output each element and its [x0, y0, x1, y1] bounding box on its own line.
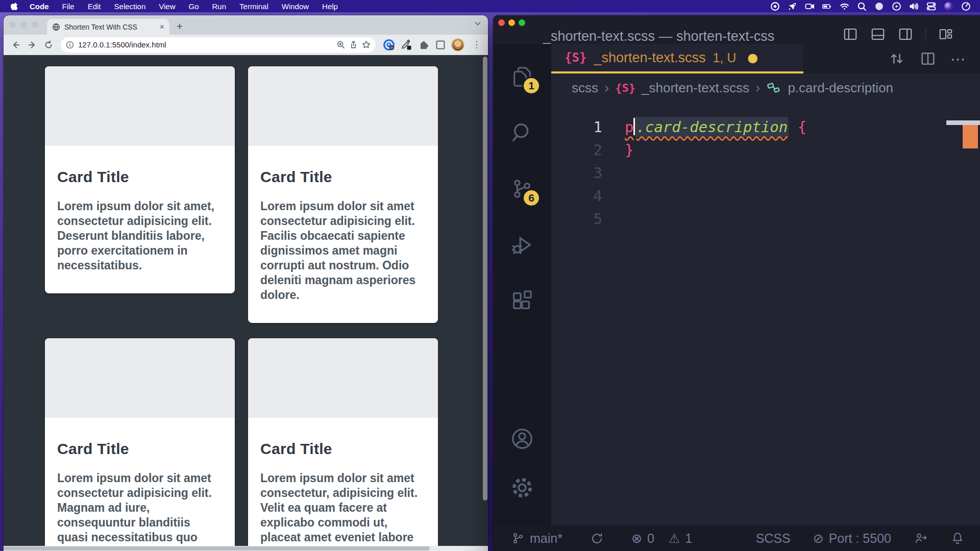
customize-layout-icon[interactable]: [938, 27, 953, 42]
swap-changes-icon[interactable]: [888, 50, 905, 67]
password-manager-icon[interactable]: [383, 39, 395, 51]
vscode-title-bar: _shorten-text.scss — shorten-text-css: [493, 15, 980, 44]
toggle-panel-icon[interactable]: [870, 27, 886, 42]
side-panel-icon[interactable]: [435, 40, 446, 50]
status-bar: main* ⊗ 0 ⚠ 1 SCSS ⊘ Port : 5500: [493, 525, 980, 551]
toggle-sidebar-icon[interactable]: [843, 27, 858, 42]
horizontal-scrollbar[interactable]: [4, 546, 488, 551]
menu-code[interactable]: Code: [23, 2, 56, 11]
browser-menu-icon[interactable]: ⋮: [470, 39, 483, 50]
back-button[interactable]: [9, 38, 23, 52]
minimize-window-button[interactable]: [20, 21, 27, 28]
card-image-placeholder: [45, 338, 235, 418]
code-editor[interactable]: 1 p.card-description { 2 } 3 4 5: [551, 102, 980, 525]
more-actions-icon[interactable]: ⋯: [950, 50, 967, 68]
scrollbar-thumb[interactable]: [483, 57, 487, 500]
window-title: _shorten-text.scss — shorten-text-css: [543, 29, 774, 44]
line-number: 3: [551, 164, 602, 182]
live-server-port[interactable]: ⊘ Port : 5500: [813, 531, 891, 546]
menu-view[interactable]: View: [152, 2, 182, 11]
split-editor-icon[interactable]: [920, 51, 936, 67]
language-mode[interactable]: SCSS: [756, 531, 791, 546]
editor-tab[interactable]: {S} _shorten-text.scss 1, U ●: [551, 44, 803, 73]
screen-recording-icon[interactable]: [805, 2, 815, 11]
settings-gear-icon[interactable]: [508, 473, 536, 502]
breadcrumb-folder[interactable]: scss: [572, 80, 598, 96]
error-icon: ⊗: [631, 531, 642, 546]
control-center-icon[interactable]: [926, 2, 936, 11]
tab-close-icon[interactable]: ×: [160, 22, 164, 32]
battery-icon[interactable]: [822, 2, 832, 11]
scrollbar-thumb[interactable]: [4, 546, 430, 550]
live-share-button[interactable]: [914, 531, 928, 545]
port-label: Port : 5500: [829, 531, 891, 546]
address-bar[interactable]: 127.0.0.1:5500/index.html: [61, 37, 376, 53]
vscode-window: _shorten-text.scss — shorten-text-css 1 …: [493, 15, 980, 551]
sync-changes-button[interactable]: [590, 532, 604, 545]
url-text[interactable]: 127.0.0.1:5500/index.html: [78, 40, 332, 49]
zoom-window-button[interactable]: [32, 21, 38, 28]
chevron-right-icon: ›: [604, 80, 609, 96]
apple-logo-icon[interactable]: [10, 2, 18, 11]
card-title: Card Title: [57, 440, 223, 458]
card-title: Card Title: [260, 168, 426, 186]
git-branch-status[interactable]: main*: [511, 531, 562, 546]
minimize-window-button[interactable]: [508, 19, 515, 26]
git-branch-icon: [511, 532, 525, 545]
zoom-icon[interactable]: [336, 40, 345, 49]
menu-help[interactable]: Help: [315, 2, 345, 11]
eyedropper-icon[interactable]: [401, 39, 413, 51]
unsaved-dot-icon[interactable]: ●: [747, 51, 758, 65]
close-window-button[interactable]: [9, 21, 16, 28]
reload-button[interactable]: [41, 38, 56, 52]
explorer-icon[interactable]: 1: [508, 62, 536, 91]
zoom-window-button[interactable]: [519, 19, 525, 26]
vertical-scrollbar[interactable]: [482, 57, 488, 500]
forward-button[interactable]: [25, 38, 39, 52]
chevron-right-icon: ›: [755, 80, 760, 96]
menu-window[interactable]: Window: [275, 2, 315, 11]
run-debug-icon[interactable]: [508, 231, 536, 259]
menu-run[interactable]: Run: [206, 2, 233, 11]
menu-go[interactable]: Go: [182, 2, 206, 11]
close-window-button[interactable]: [498, 19, 505, 26]
tab-search-chevron-icon[interactable]: [475, 21, 481, 26]
breadcrumb-file[interactable]: _shorten-text.scss: [642, 80, 749, 96]
new-tab-button[interactable]: +: [177, 21, 183, 33]
toggle-secondary-sidebar-icon[interactable]: [898, 27, 913, 42]
browser-tab[interactable]: Shorten Text With CSS ×: [47, 19, 169, 35]
menu-edit[interactable]: Edit: [81, 2, 108, 11]
extensions-icon[interactable]: [508, 287, 536, 315]
bookmark-star-icon[interactable]: [362, 40, 371, 49]
play-circle-icon[interactable]: [892, 2, 901, 11]
do-not-disturb-icon[interactable]: [874, 2, 884, 11]
profile-avatar[interactable]: [451, 38, 464, 52]
prohibited-icon: ⊘: [813, 531, 824, 546]
breadcrumb-symbol[interactable]: p.card-description: [788, 80, 893, 96]
volume-icon[interactable]: [909, 2, 919, 11]
warning-count: 1: [685, 531, 692, 546]
record-icon[interactable]: [770, 2, 780, 11]
overview-ruler-warning-marker: [963, 125, 978, 148]
editor-group: {S} _shorten-text.scss 1, U ● ⋯ scss › {…: [551, 44, 980, 525]
scrollbar-slider[interactable]: [946, 120, 980, 125]
page-info-icon[interactable]: [66, 41, 74, 49]
notifications-bell-button[interactable]: [950, 531, 965, 545]
menu-file[interactable]: File: [56, 2, 81, 11]
search-icon[interactable]: [857, 2, 867, 11]
clock-icon[interactable]: [961, 2, 971, 11]
menu-selection[interactable]: Selection: [108, 2, 153, 11]
share-icon[interactable]: [349, 40, 358, 49]
source-control-icon[interactable]: 6: [508, 174, 536, 203]
account-icon[interactable]: [508, 424, 536, 453]
rocket-icon[interactable]: [788, 2, 797, 11]
menu-terminal[interactable]: Terminal: [233, 2, 275, 11]
search-icon[interactable]: [508, 118, 536, 147]
browser-window: Shorten Text With CSS × + 127.0.0.1:5500…: [4, 15, 488, 551]
code-token-class: .card-description: [635, 117, 789, 137]
siri-icon[interactable]: [944, 2, 953, 11]
extensions-puzzle-icon[interactable]: [419, 39, 430, 51]
globe-favicon-icon: [52, 23, 60, 31]
problems-status[interactable]: ⊗ 0 ⚠ 1: [631, 531, 692, 546]
wifi-icon[interactable]: [840, 2, 849, 11]
